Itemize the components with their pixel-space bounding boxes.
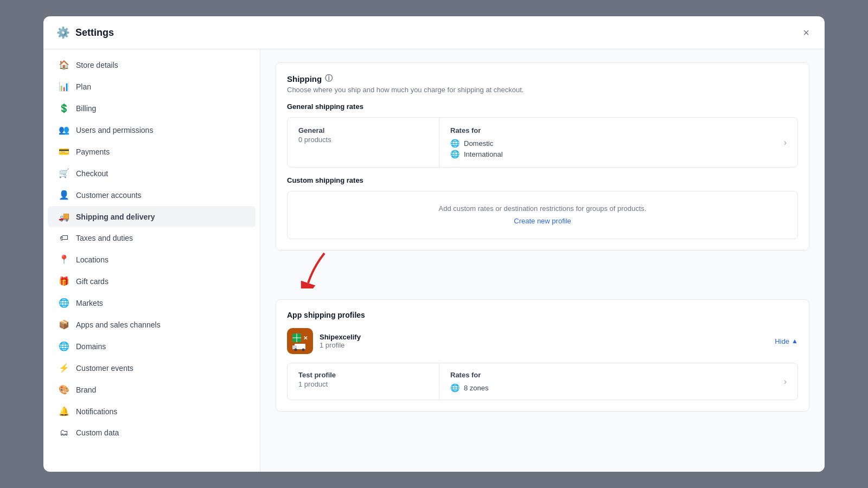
rates-for-label: Rates for bbox=[450, 126, 503, 134]
settings-icon: ⚙️ bbox=[56, 26, 70, 39]
settings-modal: ⚙️ Settings × 🏠 Store details 📊 Plan 💲 B… bbox=[43, 16, 825, 472]
sidebar-icon-locations: 📍 bbox=[59, 254, 69, 265]
sidebar-label-apps-sales: Apps and sales channels bbox=[76, 320, 161, 329]
custom-empty-text: Add custom rates or destination restrict… bbox=[298, 204, 787, 213]
red-arrow-svg bbox=[281, 251, 379, 288]
general-label: General bbox=[298, 126, 428, 134]
sidebar-icon-billing: 💲 bbox=[59, 103, 69, 113]
test-globe-icon: 🌐 bbox=[450, 383, 459, 392]
arrow-annotation bbox=[276, 261, 809, 299]
sidebar-icon-shipping-delivery: 🚚 bbox=[59, 211, 69, 222]
sidebar-item-billing[interactable]: 💲 Billing bbox=[48, 98, 256, 119]
modal-body: 🏠 Store details 📊 Plan 💲 Billing 👥 Users… bbox=[43, 49, 825, 472]
svg-point-8 bbox=[302, 349, 305, 351]
sidebar-icon-gift-cards: 🎁 bbox=[59, 276, 69, 286]
sidebar: 🏠 Store details 📊 Plan 💲 Billing 👥 Users… bbox=[43, 49, 260, 472]
sidebar-icon-payments: 💳 bbox=[59, 146, 69, 157]
sidebar-label-plan: Plan bbox=[76, 82, 91, 91]
international-label: International bbox=[464, 150, 503, 158]
sidebar-icon-customer-events: ⚡ bbox=[59, 363, 69, 373]
sidebar-item-payments[interactable]: 💳 Payments bbox=[48, 141, 256, 162]
sidebar-icon-plan: 📊 bbox=[59, 81, 69, 92]
app-profile-count: 1 profile bbox=[320, 341, 768, 349]
sidebar-label-brand: Brand bbox=[76, 386, 96, 394]
sidebar-item-store-details[interactable]: 🏠 Store details bbox=[48, 54, 256, 75]
sidebar-item-domains[interactable]: 🌐 Domains bbox=[48, 336, 256, 357]
hide-button[interactable]: Hide ▲ bbox=[775, 337, 798, 345]
custom-rates-title: Custom shipping rates bbox=[287, 176, 798, 184]
section-header: Shipping ⓘ Choose where you ship and how… bbox=[287, 74, 798, 94]
close-button[interactable]: × bbox=[801, 25, 812, 40]
sidebar-icon-store-details: 🏠 bbox=[59, 60, 69, 70]
sidebar-label-taxes-duties: Taxes and duties bbox=[76, 234, 133, 242]
sidebar-icon-markets: 🌐 bbox=[59, 298, 69, 308]
sidebar-item-apps-sales[interactable]: 📦 Apps and sales channels bbox=[48, 314, 256, 335]
custom-rates-empty: Add custom rates or destination restrict… bbox=[287, 191, 798, 239]
sidebar-item-custom-data[interactable]: 🗂 Custom data bbox=[48, 422, 256, 443]
shipping-subtitle: Choose where you ship and how much you c… bbox=[287, 86, 798, 94]
content-inner: Shipping ⓘ Choose where you ship and how… bbox=[260, 49, 825, 435]
sidebar-label-locations: Locations bbox=[76, 255, 108, 264]
rate-destinations-area: Rates for 🌐 Domestic 🌐 International bbox=[450, 126, 503, 158]
sidebar-icon-customer-accounts: 👤 bbox=[59, 190, 69, 200]
sidebar-label-domains: Domains bbox=[76, 342, 106, 351]
sidebar-item-notifications[interactable]: 🔔 Notifications bbox=[48, 401, 256, 422]
app-name: Shipexcelify bbox=[320, 333, 768, 341]
globe-icon-international: 🌐 bbox=[450, 150, 459, 158]
test-profile-right: Rates for 🌐 8 zones › bbox=[439, 363, 797, 400]
sidebar-label-users-permissions: Users and permissions bbox=[76, 126, 153, 134]
modal-title: Settings bbox=[75, 27, 114, 38]
sidebar-label-payments: Payments bbox=[76, 147, 110, 156]
sidebar-item-locations[interactable]: 📍 Locations bbox=[48, 249, 256, 270]
sidebar-item-taxes-duties[interactable]: 🏷 Taxes and duties bbox=[48, 228, 256, 248]
modal-header: ⚙️ Settings × bbox=[43, 16, 825, 49]
sidebar-item-gift-cards[interactable]: 🎁 Gift cards bbox=[48, 271, 256, 292]
general-rate-card[interactable]: General 0 products Rates for 🌐 Domestic bbox=[287, 117, 798, 168]
sidebar-item-customer-accounts[interactable]: 👤 Customer accounts bbox=[48, 184, 256, 206]
sidebar-icon-custom-data: 🗂 bbox=[59, 428, 69, 438]
sidebar-icon-domains: 🌐 bbox=[59, 341, 69, 351]
info-icon[interactable]: ⓘ bbox=[325, 74, 333, 84]
sidebar-label-customer-accounts: Customer accounts bbox=[76, 191, 142, 200]
test-rates-for-label: Rates for bbox=[450, 371, 489, 379]
sidebar-item-plan[interactable]: 📊 Plan bbox=[48, 76, 256, 97]
test-profile-product-count: 1 product bbox=[298, 380, 428, 388]
sidebar-item-customer-events[interactable]: ⚡ Customer events bbox=[48, 357, 256, 378]
app-info: Shipexcelify 1 profile bbox=[320, 333, 768, 349]
create-profile-link[interactable]: Create new profile bbox=[514, 217, 571, 225]
international-dest: 🌐 International bbox=[450, 150, 503, 158]
svg-point-7 bbox=[295, 349, 297, 351]
sidebar-item-users-permissions[interactable]: 👥 Users and permissions bbox=[48, 119, 256, 140]
sidebar-item-shipping-delivery[interactable]: 🚚 Shipping and delivery bbox=[48, 206, 256, 227]
test-zones: 🌐 8 zones bbox=[450, 383, 489, 392]
sidebar-label-checkout: Checkout bbox=[76, 169, 108, 178]
sidebar-item-brand[interactable]: 🎨 Brand bbox=[48, 379, 256, 400]
shipexcelify-logo-svg: ✕ bbox=[289, 330, 311, 352]
sidebar-label-notifications: Notifications bbox=[76, 407, 117, 416]
sidebar-label-shipping-delivery: Shipping and delivery bbox=[76, 213, 155, 221]
test-profile-left: Test profile 1 product bbox=[288, 363, 439, 400]
title-area: ⚙️ Settings bbox=[56, 26, 114, 39]
test-profile-row[interactable]: Test profile 1 product Rates for 🌐 8 zon… bbox=[287, 363, 798, 400]
globe-icon-domestic: 🌐 bbox=[450, 139, 459, 147]
svg-text:✕: ✕ bbox=[303, 335, 308, 341]
sidebar-label-markets: Markets bbox=[76, 299, 103, 307]
shipping-title: Shipping ⓘ bbox=[287, 74, 798, 84]
app-logo: ✕ bbox=[287, 328, 313, 354]
hide-label: Hide bbox=[775, 337, 789, 345]
chevron-up-icon: ▲ bbox=[792, 337, 798, 345]
app-profiles-title: App shipping profiles bbox=[287, 311, 798, 319]
general-rates-title: General shipping rates bbox=[287, 102, 798, 111]
sidebar-label-custom-data: Custom data bbox=[76, 428, 119, 437]
test-zones-label: 8 zones bbox=[464, 384, 489, 392]
shipping-card: Shipping ⓘ Choose where you ship and how… bbox=[276, 62, 809, 251]
rate-destinations: 🌐 Domestic 🌐 International bbox=[450, 139, 503, 158]
main-content: Shipping ⓘ Choose where you ship and how… bbox=[260, 49, 825, 472]
rate-card-right: Rates for 🌐 Domestic 🌐 International bbox=[439, 118, 797, 167]
sidebar-label-billing: Billing bbox=[76, 104, 96, 113]
sidebar-icon-checkout: 🛒 bbox=[59, 168, 69, 178]
sidebar-item-checkout[interactable]: 🛒 Checkout bbox=[48, 163, 256, 184]
domestic-dest: 🌐 Domestic bbox=[450, 139, 503, 147]
sidebar-item-markets[interactable]: 🌐 Markets bbox=[48, 292, 256, 313]
sidebar-icon-users-permissions: 👥 bbox=[59, 125, 69, 135]
